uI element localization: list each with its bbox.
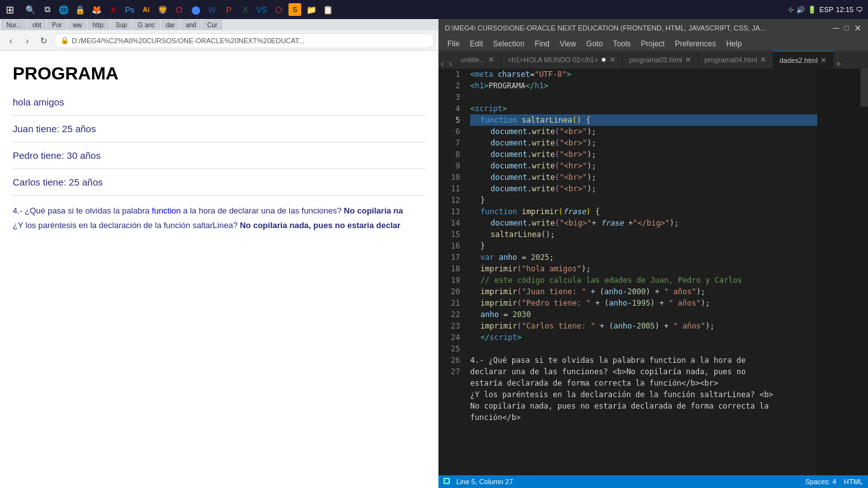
- taskbar-sound[interactable]: 🔊: [796, 6, 805, 14]
- statusbar-right: Spaces: 4 HTML: [805, 478, 863, 485]
- ln-8: 8: [438, 149, 460, 160]
- taskbar-icon-firefox[interactable]: 🦊: [90, 3, 103, 16]
- code-line-11: document.write("<br>");: [470, 183, 817, 194]
- taskbar-icon-brave[interactable]: 🦁: [156, 3, 169, 16]
- code-line-27c: función</b>: [470, 412, 817, 423]
- menu-view[interactable]: View: [555, 38, 581, 50]
- browser-tab-2[interactable]: obt: [27, 20, 46, 30]
- taskbar-icon-photoshop[interactable]: Ps: [123, 3, 136, 16]
- tab-label: dades2.html: [780, 57, 818, 64]
- code-line-16: }: [470, 240, 817, 252]
- taskbar-icon-folder[interactable]: 📁: [305, 3, 318, 16]
- code-editor-area[interactable]: <meta charset="UTF-8"> <h1>PROGRAMA</h1>…: [464, 69, 817, 475]
- menu-project[interactable]: Project: [636, 38, 670, 50]
- browser-tab-10[interactable]: Cur: [202, 20, 222, 30]
- code-line-26b: declarar una de las funciones? <b>No cop…: [470, 366, 817, 377]
- tab-close-prog03[interactable]: ✕: [685, 55, 691, 64]
- browser-tab-6[interactable]: Sup: [111, 20, 132, 30]
- ln-13: 13: [438, 206, 460, 217]
- browser-tab-4[interactable]: ww: [67, 20, 86, 30]
- minimize-button[interactable]: ─: [833, 23, 839, 33]
- taskbar-icon-ie[interactable]: 🌐: [57, 3, 70, 16]
- tab-close-prog04[interactable]: ✕: [760, 55, 766, 64]
- tab-programa04[interactable]: programa04.html ✕: [698, 51, 773, 69]
- taskbar-icon-git[interactable]: ⬡: [272, 3, 285, 16]
- question-1: 4.- ¿Qué pasa si te olvidas la palabra f…: [13, 206, 426, 215]
- maximize-button[interactable]: □: [844, 24, 849, 32]
- menu-selection[interactable]: Selection: [488, 38, 529, 50]
- menu-help[interactable]: Help: [721, 38, 747, 50]
- taskbar-battery[interactable]: 🔋: [808, 6, 817, 14]
- tab-add[interactable]: +: [834, 58, 844, 69]
- ln-27: 27: [438, 366, 460, 377]
- ln-23: 23: [438, 320, 460, 332]
- tab-untitled[interactable]: untitle... ✕: [454, 51, 501, 69]
- taskbar-notification[interactable]: 🗨: [856, 6, 863, 13]
- tab-close-untitled[interactable]: ✕: [488, 55, 494, 64]
- browser-tab-1[interactable]: Nur...: [1, 20, 27, 30]
- divider-3: [13, 168, 426, 169]
- address-bar[interactable]: 🔒 D:/MEG4/%C2%A0%20CURSOS/ONE-ORACLE%20N…: [53, 33, 435, 48]
- taskbar-network[interactable]: ⊹: [788, 6, 794, 14]
- taskbar-icon-taskview[interactable]: ⧉: [41, 3, 53, 16]
- taskbar-icon-search[interactable]: 🔍: [24, 3, 37, 16]
- code-line-18: imprimir("hola amigos");: [470, 263, 817, 274]
- taskbar-icon-misc[interactable]: 📋: [322, 3, 334, 16]
- divider-1: [13, 115, 426, 116]
- tab-hola-mundo[interactable]: <h1>HOLA MUNDO 02</h1> ✕: [501, 51, 623, 69]
- menu-file[interactable]: File: [442, 38, 465, 50]
- tab-dades2[interactable]: dades2.html ✕: [773, 51, 834, 69]
- ln-12: 12: [438, 194, 460, 206]
- browser-tab-7[interactable]: G anc: [133, 20, 160, 30]
- ln-14: 14: [438, 217, 460, 229]
- taskbar-icon-pp[interactable]: P: [222, 3, 235, 16]
- code-line-15: saltarLinea();: [470, 229, 817, 240]
- browser-tab-9[interactable]: and: [180, 20, 201, 30]
- divider-2: [13, 142, 426, 142]
- taskbar-icon-opera[interactable]: O: [173, 3, 186, 16]
- tab-programa03[interactable]: programa03.html ✕: [623, 51, 698, 69]
- forward-button[interactable]: ›: [20, 34, 34, 48]
- tab-prev[interactable]: ‹: [438, 58, 447, 69]
- code-line-2: <h1>PROGRAMA</h1>: [470, 80, 817, 92]
- ln-5: 5: [438, 114, 460, 126]
- menu-preferences[interactable]: Preferences: [670, 38, 721, 50]
- menu-tools[interactable]: Tools: [608, 38, 636, 50]
- taskbar-icon-word[interactable]: W: [206, 3, 219, 16]
- browser-tab-3[interactable]: Por: [47, 20, 67, 30]
- browser-tab-5[interactable]: http:: [88, 20, 110, 30]
- tab-label: untitle...: [461, 56, 485, 64]
- menu-edit[interactable]: Edit: [465, 38, 488, 50]
- browser-content: PROGRAMA hola amigos Juan tiene: 25 años…: [0, 51, 438, 488]
- section-pedro: Pedro tiene: 30 años: [13, 150, 426, 161]
- menu-goto[interactable]: Goto: [581, 38, 608, 50]
- taskbar-icon-s[interactable]: S: [288, 3, 301, 16]
- taskbar-icon-vscode[interactable]: VS: [255, 3, 268, 16]
- refresh-button[interactable]: ↻: [37, 34, 51, 48]
- taskbar-icon-lock[interactable]: 🔒: [74, 3, 86, 16]
- vscode-window: D:\MEG4\ CURSOS\ONE-ORACLE NEXT EDUCATIO…: [438, 19, 868, 488]
- code-line-23: imprimir("Carlos tiene: " + (anho-2005) …: [470, 320, 817, 332]
- tab-next[interactable]: ›: [447, 58, 455, 69]
- browser-chrome: ‹ › ↻ 🔒 D:/MEG4/%C2%A0%20CURSOS/ONE-ORAC…: [0, 30, 438, 51]
- ln-9: 9: [438, 160, 460, 172]
- taskbar-icon-excel[interactable]: X: [239, 3, 252, 16]
- status-indicator: [444, 478, 450, 484]
- section-juan: Juan tiene: 25 años: [13, 123, 426, 134]
- taskbar-right: ⊹ 🔊 🔋 ESP 12:15 🗨: [783, 6, 868, 14]
- taskbar-icon-x[interactable]: ✕: [107, 3, 119, 16]
- ln-21: 21: [438, 297, 460, 309]
- browser-tab-8[interactable]: dar: [161, 20, 180, 30]
- minimap: [817, 69, 868, 475]
- tab-close-dades2[interactable]: ✕: [820, 56, 827, 65]
- vscode-editor: 1 2 3 4 5 6 7 8 9 10 11 12 13 14 15 16 1…: [438, 69, 868, 475]
- close-button[interactable]: ✕: [854, 23, 862, 33]
- taskbar-icon-chrome[interactable]: ⬤: [189, 3, 202, 16]
- start-button[interactable]: ⊞: [0, 0, 19, 19]
- back-button[interactable]: ‹: [4, 34, 18, 48]
- taskbar-icon-ai[interactable]: Ai: [140, 3, 153, 16]
- code-line-26: 4.- ¿Qué pasa si te olvidas la palabra f…: [470, 355, 817, 366]
- menu-find[interactable]: Find: [529, 38, 554, 50]
- divider-4: [13, 195, 426, 196]
- tab-close-hola[interactable]: ✕: [609, 55, 616, 64]
